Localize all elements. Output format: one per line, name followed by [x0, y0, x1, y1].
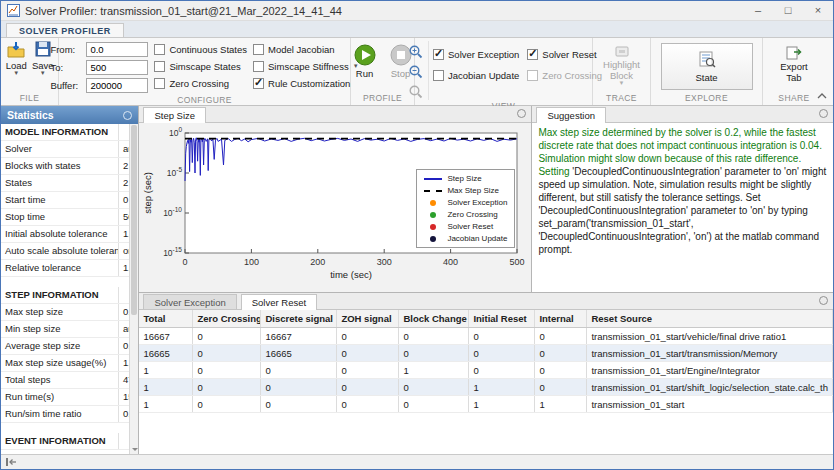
stats-section-header[interactable]: MODEL INFORMATION [1, 124, 129, 141]
stats-row[interactable]: Solverauto(ode15s) [1, 141, 129, 158]
checkbox-view-solver-exception[interactable]: ✓ Solver Exception [433, 49, 519, 60]
reset-cell: 0 [261, 379, 337, 395]
stat-label: Solver [1, 141, 119, 157]
svg-text:500: 500 [510, 257, 525, 267]
reset-table-row[interactable]: 1000010transmission_01_start/shift_logic… [139, 379, 833, 396]
run-button[interactable]: Run [352, 44, 378, 79]
stats-row[interactable]: Auto scale absolute toleran...on [1, 243, 129, 260]
stats-row[interactable]: Run time(s)15.30 [1, 389, 129, 406]
reset-table-row[interactable]: 1000011transmission_01_start [139, 396, 833, 413]
scrollbar-down-arrow-icon[interactable] [130, 444, 139, 454]
stats-row[interactable]: Min step sizeauto [1, 321, 129, 338]
reset-cell: 1 [469, 379, 535, 395]
checkbox-box: ✓ [253, 78, 264, 89]
stat-value [119, 124, 129, 140]
stat-label: Min step size [1, 321, 119, 337]
stats-row[interactable]: Max step size usage(%)1.64 [1, 355, 129, 372]
collapse-left-pane-icon[interactable] [5, 457, 17, 467]
reset-col-header[interactable]: Reset Source [587, 310, 833, 327]
stats-row[interactable]: Relative tolerance1.00e-03 [1, 260, 129, 277]
stat-label: Auto scale absolute toleran... [1, 243, 119, 259]
state-button-label: State [695, 72, 717, 83]
reset-col-header[interactable]: Zero Crossing [193, 310, 261, 327]
stats-row[interactable]: Blocks with states2 [1, 158, 129, 175]
reset-col-header[interactable]: Initial Reset [469, 310, 535, 327]
to-input[interactable] [86, 60, 148, 75]
stats-row[interactable]: Total steps47329 [1, 372, 129, 389]
stats-row[interactable]: Stop time500 [1, 209, 129, 226]
reset-cell: 16667 [139, 328, 193, 344]
reset-col-header[interactable]: Discrete signal [261, 310, 337, 327]
suggestion-black-text: 'DecoupledContinuousIntegration' paramet… [538, 166, 826, 255]
load-button[interactable]: Load ▼ [4, 41, 29, 92]
collapse-ribbon-icon [817, 93, 827, 99]
stats-row[interactable]: Initial absolute tolerance1.00e-06 [1, 226, 129, 243]
reset-panel-menu-icon[interactable] [819, 296, 828, 305]
scrollbar-thumb[interactable] [131, 125, 137, 315]
tab-solver-reset[interactable]: Solver Reset [241, 294, 317, 310]
reset-col-header[interactable]: Total [139, 310, 193, 327]
fit-view-button[interactable] [407, 83, 424, 100]
from-label: From: [50, 44, 83, 55]
suggestion-panel: Suggestion Max step size determined by t… [532, 106, 833, 292]
reset-table-row[interactable]: 166650166650000transmission_01_start/tra… [139, 345, 833, 362]
reset-cell: 16665 [261, 345, 337, 361]
minimize-button[interactable]: – [743, 1, 773, 20]
close-button[interactable]: × [803, 1, 833, 20]
checkbox-simscape-stiffness[interactable]: Simscape Stiffness ▼ [253, 61, 359, 72]
export-tab-button[interactable]: Export Tab [772, 41, 816, 92]
checkbox-label: Zero Crossing [169, 78, 229, 89]
checkbox-label: Simscape Stiffness [268, 61, 349, 72]
reset-table-row[interactable]: 166670166670000transmission_01_start/veh… [139, 328, 833, 345]
legend-item: Step Size [424, 173, 507, 184]
tab-suggestion[interactable]: Suggestion [536, 107, 606, 123]
stats-row[interactable]: Start time0 [1, 192, 129, 209]
maximize-button[interactable]: □ [773, 1, 803, 20]
tab-solver-profiler[interactable]: SOLVER PROFILER [6, 23, 124, 37]
checkbox-rule-customization[interactable]: ✓ Rule Customization [253, 78, 359, 89]
suggestion-panel-menu-icon[interactable] [819, 109, 828, 118]
checkbox-zero-crossing[interactable]: Zero Crossing [154, 78, 247, 89]
stats-row[interactable]: Run/sim time ratio0.03 [1, 406, 129, 423]
reset-cell: 1 [469, 396, 535, 412]
checkbox-continuous-states[interactable]: Continuous States [154, 44, 247, 55]
collapse-ribbon-button[interactable] [815, 90, 829, 102]
statistics-scrollbar[interactable] [129, 124, 138, 454]
reset-cell: 0 [469, 328, 535, 344]
legend-dot-marker-icon [430, 200, 436, 206]
checkbox-view-jacobian-update[interactable]: Jacobian Update [433, 70, 519, 81]
stat-value: 0.03 [119, 406, 129, 422]
buffer-label: Buffer: [50, 80, 83, 91]
stats-row[interactable]: Max step size0.03 [1, 304, 129, 321]
reset-table-row[interactable]: 1000100transmission_01_start/Engine/Inte… [139, 362, 833, 379]
reset-cell: 1 [139, 362, 193, 378]
tab-step-size[interactable]: Step Size [143, 107, 206, 123]
zoom-out-button[interactable] [407, 63, 424, 80]
from-input[interactable] [86, 42, 148, 57]
stat-value: on [119, 243, 129, 259]
checkbox-simscape-states[interactable]: Simscape States [154, 61, 247, 72]
legend-dot-marker-icon [430, 212, 436, 218]
stats-row[interactable]: Average step size0.01 [1, 338, 129, 355]
zoom-out-icon [408, 64, 423, 79]
stat-value: 47329 [119, 372, 129, 388]
stats-section-header[interactable]: EVENT INFORMATION [1, 433, 129, 450]
step-size-panel-menu-icon[interactable] [517, 109, 526, 118]
reset-col-header[interactable]: Internal [535, 310, 587, 327]
reset-col-header[interactable]: Block Change [399, 310, 469, 327]
stats-row[interactable]: States2 [1, 175, 129, 192]
checkbox-model-jacobian[interactable]: Model Jacobian [253, 44, 359, 55]
statistics-panel-menu-icon[interactable] [123, 111, 132, 120]
state-button[interactable]: State [661, 43, 753, 90]
tab-solver-exception[interactable]: Solver Exception [143, 294, 236, 309]
reset-cell: 16665 [139, 345, 193, 361]
reset-cell: 1 [399, 362, 469, 378]
reset-col-header[interactable]: ZOH signal [337, 310, 399, 327]
reset-tabbar: Solver Exception Solver Reset [139, 293, 833, 310]
checkbox-view-solver-reset[interactable]: ✓ Solver Reset [527, 49, 602, 60]
ribbon-section-explore: State EXPLORE [651, 38, 763, 105]
buffer-input[interactable] [86, 78, 148, 93]
zoom-in-button[interactable] [407, 43, 424, 60]
stats-section-header[interactable]: STEP INFORMATION [1, 287, 129, 304]
svg-text:time (sec): time (sec) [331, 269, 373, 280]
